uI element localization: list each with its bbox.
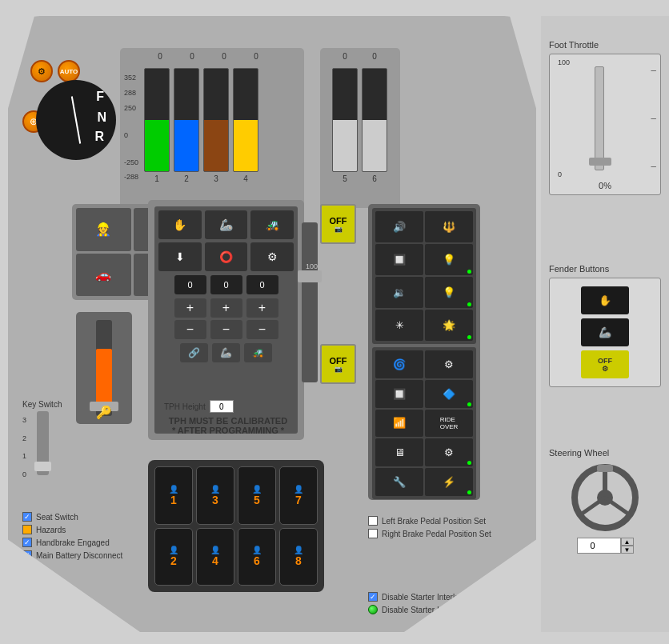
tph-icon-circle[interactable]: ⭕ xyxy=(205,242,248,271)
ds-checkbox-label: Disable Starter Interlock Set xyxy=(382,593,482,602)
throttle-bars-1-4: 1 2 3 4 xyxy=(144,68,258,183)
tph-height-input[interactable] xyxy=(210,400,234,413)
tph-icon-row[interactable]: 🚜 xyxy=(244,343,272,362)
numpad-icon-7: 👤 xyxy=(294,485,303,494)
key-switch-scale: 3 2 1 0 xyxy=(22,411,26,483)
gear-F: F xyxy=(96,90,104,104)
numpad-btn-8[interactable]: 👤 8 xyxy=(279,528,318,586)
cb-seat-switch-label: Seat Switch xyxy=(36,513,78,522)
cb-handbrake-box[interactable]: ✓ xyxy=(22,538,32,547)
off-button-bot[interactable]: OFF 📷 xyxy=(320,344,356,384)
tph-plus-2[interactable]: + xyxy=(210,298,242,318)
tph-icon-arm1[interactable]: ✋ xyxy=(158,210,202,239)
ds-checkbox[interactable]: ✓ xyxy=(368,592,378,602)
tph-calib-line1: TPH MUST BE CALIBRATED xyxy=(148,416,308,426)
instrument-1[interactable]: 👷 xyxy=(76,208,131,251)
gear-N: N xyxy=(97,110,106,125)
rbp-btn-cylinder[interactable]: 🔷 xyxy=(425,380,473,408)
numpad-btn-6[interactable]: 👤 6 xyxy=(238,528,276,586)
fender-btn-off[interactable]: OFF ⚙ xyxy=(581,350,629,378)
tph-minus-3[interactable]: − xyxy=(246,320,278,339)
tph-slider-handle[interactable] xyxy=(298,270,322,282)
fender-btn-1[interactable]: ✋ xyxy=(581,286,629,314)
tph-plus-1[interactable]: + xyxy=(174,298,206,318)
right-button-panel: 🔊 🔱 🔲 💡 🔉 💡 ✳ 🌟 🌀 ⚙ 🔲 🔷 📶 RIDEOVER 🖥 ⚙ 🔧… xyxy=(368,204,480,500)
rbp-btn-mode[interactable]: 📶 xyxy=(375,410,423,438)
key-switch-track[interactable] xyxy=(37,411,49,475)
rbp-btn-7[interactable]: ✳ xyxy=(375,310,423,341)
rbp-btn-monitor[interactable]: 🖥 xyxy=(375,438,423,466)
foot-throttle-section: Foot Throttle 100 ─ ─ ─ 0 0% xyxy=(549,40,661,195)
orange-slider[interactable]: 🔑 xyxy=(76,312,132,424)
steering-spinner-row: ▲ ▼ xyxy=(549,538,661,554)
main-panel: ⚙ AUTO ⊕ ⊖ F N R 0 0 0 0 352 288 250 0 -… xyxy=(8,16,536,632)
rbp-btn-2[interactable]: 🔱 xyxy=(425,211,473,242)
steering-spin-down[interactable]: ▼ xyxy=(621,546,634,554)
fender-buttons-section: Fender Buttons ✋ 🦾 OFF ⚙ xyxy=(549,264,661,387)
throttle-bar-3: 3 xyxy=(203,68,229,183)
tph-plus-3[interactable]: + xyxy=(246,298,278,318)
tph-minus-2[interactable]: − xyxy=(210,320,242,339)
throttle-num-1: 1 xyxy=(154,174,159,183)
tph-throttle-slider[interactable]: 100 xyxy=(302,222,318,382)
tph-icon-arm2[interactable]: 🦾 xyxy=(205,210,248,239)
rbp-btn-extra1[interactable]: 🔧 xyxy=(375,468,423,496)
cb-hazards-box[interactable] xyxy=(22,525,32,534)
steering-wheel-section: Steering Wheel ▲ ▼ xyxy=(549,448,661,554)
rbp-btn-6[interactable]: 💡 xyxy=(425,277,473,308)
rbp-btn-5[interactable]: 🔉 xyxy=(375,277,423,308)
numpad-btn-1[interactable]: 👤 1 xyxy=(154,466,193,525)
tph-icon-config[interactable]: ⚙ xyxy=(250,242,294,271)
rbp-btn-fan[interactable]: 🌀 xyxy=(375,350,423,378)
fender-buttons-box: ✋ 🦾 OFF ⚙ xyxy=(549,278,661,387)
cb-left-brake: Left Brake Pedal Position Set xyxy=(368,516,491,526)
tph-minus-1[interactable]: − xyxy=(174,320,206,339)
rbp-btn-8[interactable]: 🌟 xyxy=(425,310,473,341)
throttle-bar-4: 4 xyxy=(233,68,258,183)
rbp-btn-gear[interactable]: ⚙ xyxy=(425,350,473,378)
tph-icon-tractor[interactable]: 🚜 xyxy=(250,210,294,239)
rbp-btn-ride[interactable]: RIDEOVER xyxy=(425,410,473,438)
rbp-btn-pump[interactable]: 🔲 xyxy=(375,380,423,408)
steering-input[interactable] xyxy=(577,538,621,554)
throttle-bar-2: 2 xyxy=(174,68,199,183)
numpad-btn-5[interactable]: 👤 5 xyxy=(238,466,276,525)
rbp-top-grid: 🔊 🔱 🔲 💡 🔉 💡 ✳ 🌟 xyxy=(372,208,476,344)
rbp-bot-grid: 🌀 ⚙ 🔲 🔷 📶 RIDEOVER 🖥 ⚙ 🔧 ⚡ xyxy=(372,347,476,499)
throttle-num-2: 2 xyxy=(184,174,189,183)
off-label-bot: OFF xyxy=(330,356,347,366)
tph-icon-arm3[interactable]: 🦾 xyxy=(212,343,240,362)
tph-icon-lower[interactable]: ⬇ xyxy=(158,242,202,271)
numpad-btn-7[interactable]: 👤 7 xyxy=(279,466,318,525)
rbp-btn-4[interactable]: 💡 xyxy=(425,244,473,275)
camera-icon-top: 📷 xyxy=(334,226,343,233)
steering-spin-up[interactable]: ▲ xyxy=(621,538,634,546)
numpad-btn-4[interactable]: 👤 4 xyxy=(196,528,234,586)
ft-slider-row: ─ ─ ─ xyxy=(554,66,656,170)
rbp-btn-settings[interactable]: ⚙ xyxy=(425,438,473,466)
cb-left-brake-label: Left Brake Pedal Position Set xyxy=(382,517,486,526)
cb-main-battery-box[interactable]: ✓ xyxy=(22,550,32,560)
numpad-btn-3[interactable]: 👤 3 xyxy=(196,466,234,525)
tph-height-row: TPH Height xyxy=(164,400,234,413)
rbp-btn-1[interactable]: 🔊 xyxy=(375,211,423,242)
instrument-3[interactable]: 🚗 xyxy=(76,254,131,297)
cb-left-brake-box[interactable] xyxy=(368,516,378,526)
fender-btn-2[interactable]: 🦾 xyxy=(581,318,629,346)
throttle-56-top-labels: 0 0 xyxy=(332,52,387,61)
tph-icon-link[interactable]: 🔗 xyxy=(180,343,208,362)
tph-100-label: 100 xyxy=(306,262,318,270)
tph-counter-1: 0 xyxy=(174,275,206,294)
tph-counters: 0 0 0 xyxy=(158,275,294,294)
off-button-top[interactable]: OFF 📷 xyxy=(320,204,356,244)
cb-seat-switch-box[interactable]: ✓ xyxy=(22,512,32,522)
ft-track[interactable] xyxy=(595,66,604,170)
key-switch-handle[interactable] xyxy=(34,462,51,471)
throttle-section-5-6: 0 0 5 6 xyxy=(320,48,400,208)
numpad-btn-2[interactable]: 👤 2 xyxy=(154,528,193,586)
gear-indicator-line xyxy=(71,96,81,143)
rbp-btn-extra2[interactable]: ⚡ xyxy=(425,468,473,496)
cb-right-brake-box[interactable] xyxy=(368,529,378,538)
rbp-btn-3[interactable]: 🔲 xyxy=(375,244,423,275)
ft-handle[interactable] xyxy=(589,158,611,166)
